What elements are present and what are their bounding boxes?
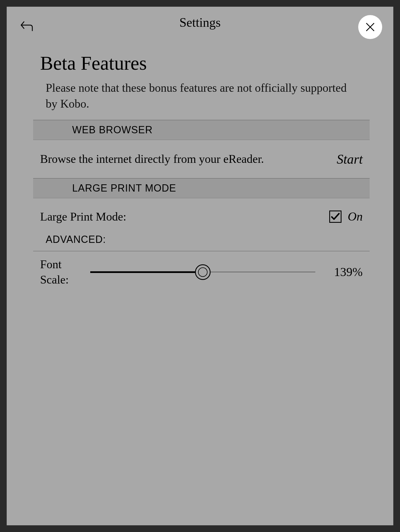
font-scale-label: Font Scale: [40,257,79,287]
large-print-state: On [348,209,363,224]
web-browser-description: Browse the internet directly from your e… [40,151,264,167]
font-scale-row: Font Scale: 139% [7,251,393,293]
content-area: Beta Features Please note that these bon… [7,35,393,293]
large-print-toggle[interactable]: On [329,209,363,224]
large-print-toggle-row: Large Print Mode: On [7,198,393,231]
advanced-label: ADVANCED: [7,231,393,251]
font-scale-slider[interactable] [90,264,315,280]
large-print-checkbox[interactable] [329,211,342,223]
back-button[interactable] [20,21,33,33]
section-header-large-print: LARGE PRINT MODE [33,178,370,198]
settings-screen: Settings Beta Features Please note that … [7,7,393,525]
section-header-web-browser: WEB BROWSER [33,120,370,140]
section-header-text: LARGE PRINT MODE [72,182,176,194]
web-browser-start-button[interactable]: Start [337,151,363,167]
header-title: Settings [179,15,221,30]
slider-thumb[interactable] [195,264,211,280]
large-print-label: Large Print Mode: [40,210,126,223]
slider-track-fill [90,271,203,273]
page-title: Beta Features [7,52,393,80]
header-bar: Settings [7,7,393,35]
back-arrow-icon [20,21,33,32]
section-header-text: WEB BROWSER [72,124,153,136]
close-icon [365,22,375,32]
web-browser-row: Browse the internet directly from your e… [7,140,393,178]
close-button[interactable] [358,15,382,39]
font-scale-value: 139% [326,265,363,279]
checkmark-icon [331,212,340,221]
page-description: Please note that these bonus features ar… [7,80,393,120]
slider-thumb-inner [198,267,208,277]
